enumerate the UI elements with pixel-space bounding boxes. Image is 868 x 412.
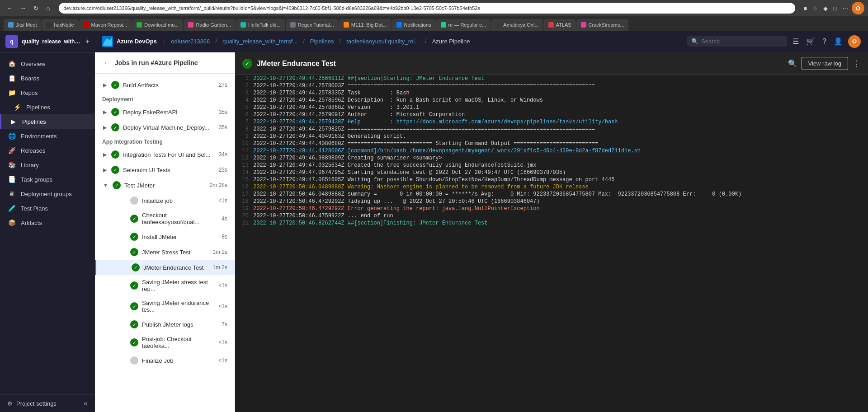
- job-expand-button[interactable]: ▶: [102, 124, 108, 131]
- tab-favicon: [137, 22, 142, 28]
- sidebar-item-task-groups[interactable]: 📑Task groups: [0, 172, 95, 187]
- jobs-back-button[interactable]: ←: [102, 58, 111, 68]
- sidebar-label: Environments: [21, 133, 57, 140]
- layout-button[interactable]: ☰: [791, 35, 801, 47]
- job-time: 2m 28s: [210, 182, 227, 188]
- sidebar-item-pipelines[interactable]: ⚡Pipelines: [0, 100, 95, 114]
- job-item-publish-logs[interactable]: ✓ Publish JMeter logs 7s: [95, 317, 235, 332]
- browser-tab[interactable]: ATLAS: [544, 19, 576, 31]
- job-item-post-checkout[interactable]: ✓ Post-job: Checkout taeofeka... <1s: [95, 332, 235, 353]
- job-time: 4s: [222, 215, 227, 222]
- browser-tab[interactable]: Amubieya Onl...: [491, 19, 543, 31]
- sidebar-icon: 📦: [7, 219, 16, 226]
- browser-tab[interactable]: Radio Garden...: [184, 19, 236, 31]
- star-button[interactable]: ☆: [811, 2, 820, 14]
- browser-tab[interactable]: re — Regular e...: [436, 19, 491, 31]
- user-avatar[interactable]: O: [848, 35, 861, 48]
- log-line-text[interactable]: 2022-10-27T20:49:44.4128006Z [command]/b…: [253, 148, 868, 154]
- sidebar-item-overview[interactable]: 🏠Overview: [0, 56, 95, 71]
- job-item-jmeter-endurance[interactable]: ✓ JMeter Endurance Test 1m 2s: [95, 260, 235, 275]
- job-item-test-jmeter[interactable]: ▼ ✓ Test JMeter 2m 28s: [95, 178, 235, 193]
- log-line-text: 2022-10-27T20:50:46.0489888Z summary = 0…: [253, 191, 868, 197]
- browser-tab[interactable]: HelloTalk old...: [236, 19, 285, 31]
- ado-pipelines-link[interactable]: Pipelines: [310, 38, 334, 45]
- forward-button[interactable]: →: [17, 3, 29, 14]
- project-settings-label: Project settings: [16, 400, 57, 407]
- sidebar-item-deployment-groups[interactable]: 🖥Deployment groups: [0, 187, 95, 201]
- shopping-button[interactable]: 🛒: [804, 35, 817, 47]
- sidebar-footer[interactable]: ⚙ Project settings «: [0, 394, 95, 412]
- job-expand-button[interactable]: ▼: [102, 182, 109, 189]
- sidebar-item-boards[interactable]: 📋Boards: [0, 71, 95, 85]
- job-item-saving-endurance[interactable]: ✓ Saving JMeter endurance tes... <1s: [95, 296, 235, 317]
- browser-tab[interactable]: Maven Reposi...: [79, 19, 132, 31]
- log-more-button[interactable]: ⋮: [853, 59, 861, 69]
- log-line-text[interactable]: 2022-10-27T20:49:44.2579438Z Help : http…: [253, 119, 868, 125]
- log-content[interactable]: 12022-10-27T20:49:44.2566911Z ##[section…: [235, 75, 868, 412]
- job-item-init-job[interactable]: Initialize job <1s: [95, 193, 235, 208]
- browser-tab[interactable]: Regex Tutorial...: [286, 19, 339, 31]
- user-button[interactable]: 👤: [832, 35, 844, 47]
- view-raw-log-button[interactable]: View raw log: [802, 57, 848, 70]
- tab-favicon: [241, 22, 246, 28]
- back-button[interactable]: ←: [4, 3, 15, 14]
- sidebar-add-button[interactable]: +: [85, 37, 90, 46]
- log-search-button[interactable]: 🔍: [788, 59, 797, 68]
- sidebar-label: Pipelines: [26, 104, 50, 111]
- browser-tab[interactable]: haxNode: [42, 19, 78, 31]
- sidebar-item-artifacts[interactable]: 📦Artifacts: [0, 215, 95, 230]
- job-item-saving-stress[interactable]: ✓ Saving JMeter stress test rep... <1s: [95, 275, 235, 296]
- job-item-checkout[interactable]: ✓ Checkout taofeekaoyusuf/qual... 4s: [95, 208, 235, 229]
- sidebar-item-library[interactable]: 📚Library: [0, 158, 95, 172]
- log-line-number: 7: [235, 119, 253, 125]
- log-line: 42022-10-27T20:49:44.2578596Z Descriptio…: [235, 97, 868, 104]
- job-item-install-jmeter[interactable]: ✓ Install JMeter 8s: [95, 229, 235, 244]
- browser-tab[interactable]: Notifications: [392, 19, 436, 31]
- sidebar-collapse-button[interactable]: «: [84, 399, 88, 407]
- log-line-text: 2022-10-27T20:49:44.4049163Z Generating …: [253, 133, 868, 140]
- search-input[interactable]: [701, 38, 783, 45]
- help-button[interactable]: ?: [821, 36, 828, 47]
- sidebar-item-test-plans[interactable]: 🧪Test Plans: [0, 201, 95, 215]
- reload-button[interactable]: ↻: [31, 3, 42, 14]
- job-expand-button[interactable]: ▶: [102, 108, 108, 116]
- browser-tab[interactable]: CrackStreams...: [576, 19, 629, 31]
- browser-tab[interactable]: Download mu...: [132, 19, 183, 31]
- tab-favicon: [581, 22, 586, 28]
- job-item-integration-tests[interactable]: ▶ ✓ Integration Tests For UI and Sel... …: [95, 147, 235, 162]
- job-time: <1s: [218, 339, 227, 346]
- log-line-number: 19: [235, 206, 253, 212]
- job-item-deploy-vm[interactable]: ▶ ✓ Deploy Virtual Machine_Deploy... 35s: [95, 120, 235, 135]
- home-button[interactable]: ⌂: [43, 3, 52, 14]
- sidebar-item-releases[interactable]: 🚀Releases: [0, 143, 95, 158]
- job-name: Finalize Job: [142, 357, 215, 364]
- log-line-number: 1: [235, 75, 253, 82]
- job-time: 27s: [219, 82, 227, 88]
- job-expand-button[interactable]: ▶: [102, 151, 108, 159]
- more-button[interactable]: ⋯: [840, 2, 850, 14]
- log-line: 132022-10-27T20:49:47.0325634Z Created t…: [235, 162, 868, 169]
- address-bar[interactable]: dev.azure.com/odluser213366/quality_rele…: [59, 3, 795, 14]
- job-expand-button[interactable]: ▶: [102, 166, 108, 174]
- job-item-jmeter-stress[interactable]: ✓ JMeter Stress Test 1m 2s: [95, 244, 235, 260]
- job-item-build-artifacts[interactable]: ▶ ✓ Build Artifacts 27s: [95, 77, 235, 93]
- window-button[interactable]: □: [831, 2, 839, 14]
- log-line-number: 5: [235, 104, 253, 111]
- job-item-selenium-tests[interactable]: ▶ ✓ Selenuim UI Tests 23s: [95, 162, 235, 178]
- log-panel: ✓ JMeter Endurance Test 🔍 View raw log ⋮…: [235, 52, 868, 412]
- job-expand-button[interactable]: ▶: [102, 81, 108, 89]
- sidebar-item-repos[interactable]: 📁Repos: [0, 85, 95, 100]
- sidebar-item-environments[interactable]: 🌐Environments: [0, 129, 95, 143]
- extensions-button[interactable]: ■: [802, 2, 809, 14]
- job-item-finalize-job[interactable]: Finalize Job <1s: [95, 353, 235, 368]
- ado-search-box[interactable]: 🔍: [687, 36, 787, 47]
- ado-pipeline-name[interactable]: taofeekaoyusuf.quality_rel...: [346, 38, 420, 45]
- tab-favicon: [396, 22, 402, 28]
- browser-tab[interactable]: Jitsi Meet: [4, 19, 41, 31]
- sidebar-item-pipelines[interactable]: ▶Pipelines: [0, 114, 95, 129]
- job-item-deploy-fake[interactable]: ▶ ✓ Deploy FakeRestAPI 35s: [95, 104, 235, 120]
- puzzle-button[interactable]: ◆: [821, 2, 830, 14]
- tab-label: Amubieya Onl...: [503, 22, 538, 28]
- log-header: ✓ JMeter Endurance Test 🔍 View raw log ⋮: [235, 52, 868, 75]
- browser-tab[interactable]: M111: Big Dat...: [339, 19, 392, 31]
